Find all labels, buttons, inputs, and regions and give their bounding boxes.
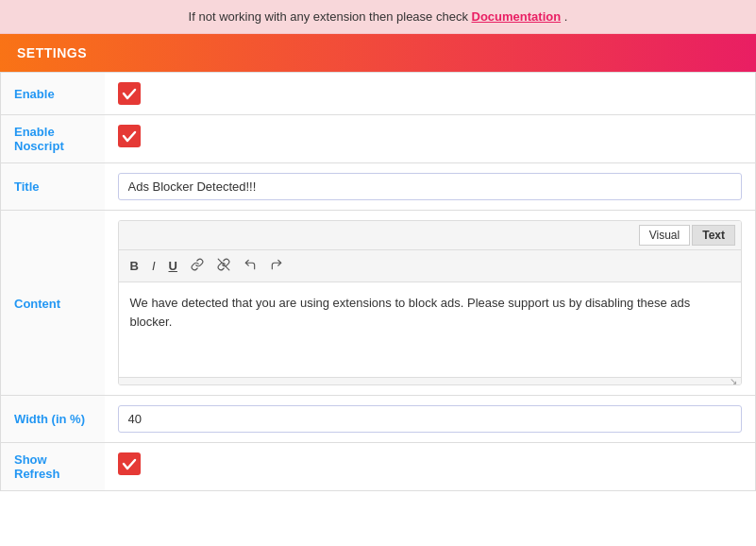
unlink-button[interactable] (213, 256, 234, 276)
resize-icon: ↘ (730, 376, 737, 385)
label-enable-noscript: Enable Noscript (1, 115, 105, 163)
editor-body[interactable]: We have detected that you are using exte… (119, 282, 742, 377)
redo-icon (270, 258, 283, 271)
width-input[interactable] (118, 405, 743, 433)
editor-content: We have detected that you are using exte… (130, 296, 691, 329)
table-row: Enable Noscript (1, 115, 756, 163)
table-row: Content Visual Text B I U (1, 211, 756, 396)
checkmark-icon (122, 456, 137, 471)
undo-button[interactable] (240, 256, 260, 276)
table-row: Show Refresh (1, 443, 756, 491)
label-width: Width (in %) (1, 396, 105, 443)
enable-checkbox[interactable] (118, 82, 141, 105)
label-enable: Enable (1, 73, 105, 115)
italic-button[interactable]: I (148, 257, 160, 275)
enable-noscript-checkbox[interactable] (118, 125, 141, 147)
underline-button[interactable]: U (165, 257, 181, 275)
notification-bar: If not working with any extension then p… (0, 0, 756, 34)
link-icon (191, 258, 204, 271)
checkmark-icon (122, 128, 137, 144)
editor-toolbar: B I U (119, 250, 742, 282)
documentation-link[interactable]: Documentation (472, 9, 562, 24)
link-button[interactable] (187, 256, 208, 276)
settings-table: Enable Enable Noscript (0, 72, 756, 491)
text-tab[interactable]: Text (692, 225, 735, 246)
redo-button[interactable] (266, 256, 287, 276)
label-title: Title (1, 163, 105, 211)
show-refresh-checkbox[interactable] (118, 452, 141, 475)
bold-button[interactable]: B (126, 257, 143, 275)
label-show-refresh: Show Refresh (1, 443, 105, 491)
notification-text: If not working with any extension then p… (189, 9, 472, 24)
unlink-icon (217, 258, 230, 271)
table-row: Title (1, 163, 756, 211)
visual-tab[interactable]: Visual (639, 225, 690, 246)
content-editor: Visual Text B I U (118, 220, 743, 385)
title-input[interactable] (118, 173, 743, 200)
table-row: Enable (1, 73, 756, 115)
settings-header: SETTINGS (0, 34, 756, 72)
label-content: Content (1, 211, 105, 396)
editor-tabs: Visual Text (119, 221, 742, 250)
undo-icon (244, 258, 257, 271)
editor-resize-handle: ↘ (119, 377, 742, 384)
checkmark-icon (122, 86, 137, 101)
table-row: Width (in %) (1, 396, 756, 443)
notification-suffix: . (564, 9, 568, 24)
